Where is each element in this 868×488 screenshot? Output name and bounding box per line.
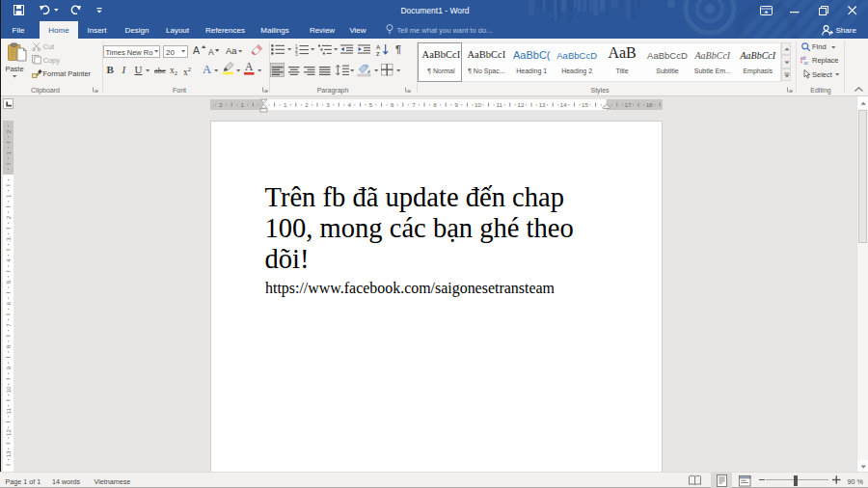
svg-text:3: 3 — [5, 237, 12, 241]
svg-text:14: 14 — [560, 101, 567, 108]
svg-text:12: 12 — [5, 429, 12, 436]
svg-text:1: 1 — [5, 194, 12, 198]
svg-text:2: 2 — [219, 101, 223, 108]
svg-text:1: 1 — [241, 101, 245, 108]
svg-text:4: 4 — [5, 258, 12, 262]
svg-text:13: 13 — [539, 101, 546, 108]
svg-text:8: 8 — [433, 101, 437, 108]
svg-text:9: 9 — [455, 101, 459, 108]
svg-text:11: 11 — [5, 408, 12, 415]
svg-text:1: 1 — [5, 150, 12, 154]
svg-text:3: 3 — [295, 52, 298, 57]
svg-text:7: 7 — [5, 323, 12, 327]
svg-text:2: 2 — [5, 129, 12, 133]
svg-text:11: 11 — [496, 101, 502, 108]
svg-text:5: 5 — [369, 101, 373, 108]
svg-text:9: 9 — [5, 366, 12, 369]
svg-text:13: 13 — [5, 450, 12, 457]
svg-text:ac: ac — [803, 59, 808, 65]
svg-text:6: 6 — [391, 101, 394, 108]
svg-text:8: 8 — [5, 344, 12, 348]
svg-text:3: 3 — [326, 101, 330, 108]
svg-text:2: 2 — [5, 215, 12, 219]
svg-text:5: 5 — [5, 280, 12, 284]
svg-text:4: 4 — [348, 101, 352, 108]
svg-text:2: 2 — [305, 101, 309, 108]
svg-text:7: 7 — [412, 101, 416, 108]
svg-text:18: 18 — [646, 101, 653, 108]
svg-text:6: 6 — [5, 302, 12, 306]
svg-text:10: 10 — [5, 386, 12, 393]
svg-text:17: 17 — [624, 101, 631, 108]
svg-text:A: A — [376, 44, 381, 50]
svg-text:10: 10 — [475, 101, 481, 108]
svg-text:12: 12 — [517, 101, 524, 108]
svg-text:1: 1 — [284, 101, 287, 108]
svg-text:Z: Z — [376, 51, 380, 57]
svg-text:15: 15 — [582, 101, 588, 108]
